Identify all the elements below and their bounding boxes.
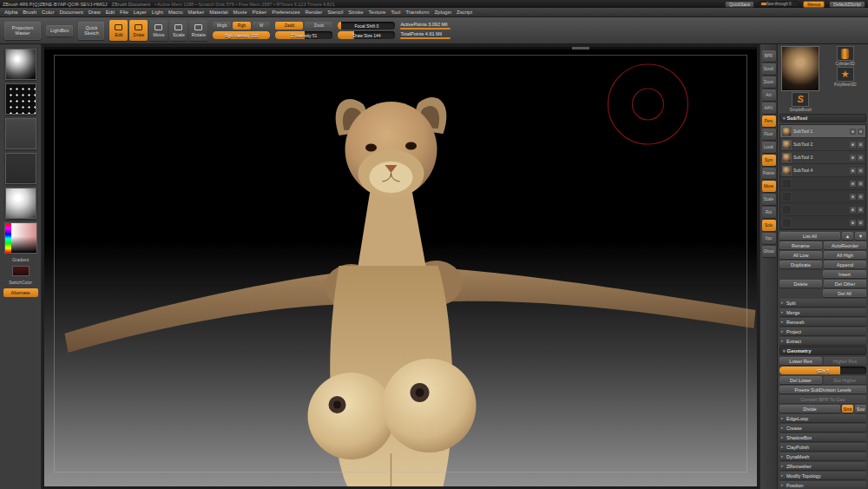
- visibility-eye-icon[interactable]: [850, 181, 856, 187]
- menu-item[interactable]: Marker: [187, 10, 204, 15]
- menu-item[interactable]: Draw: [89, 10, 101, 15]
- shelf-button[interactable]: Act: [762, 89, 776, 101]
- shelf-button[interactable]: Sym: [762, 155, 776, 166]
- shelf-button[interactable]: Local: [762, 142, 776, 153]
- subtool-row[interactable]: [780, 177, 865, 190]
- all-high-button[interactable]: All High: [824, 251, 866, 259]
- subtool-section-header[interactable]: SubTool: [779, 114, 866, 122]
- lightbox-button[interactable]: LightBox: [46, 25, 73, 36]
- document-canvas[interactable]: [44, 47, 757, 486]
- shelf-button[interactable]: Pers: [762, 116, 776, 127]
- menu-item[interactable]: Picker: [253, 10, 267, 15]
- higher-res-button[interactable]: Higher Res: [824, 357, 866, 365]
- shelf-button[interactable]: Frame: [762, 168, 776, 179]
- remesh-subsection[interactable]: Remesh: [779, 318, 866, 326]
- all-low-button[interactable]: All Low: [779, 251, 822, 259]
- projection-master-button[interactable]: Projection Master: [4, 22, 41, 40]
- menus-toggle-button[interactable]: Menus: [803, 1, 825, 8]
- menu-item[interactable]: Texture: [369, 10, 386, 15]
- shelf-button[interactable]: Xpo: [762, 233, 776, 244]
- autoreorder-button[interactable]: AutoReorder: [824, 241, 866, 249]
- geometry-subsection[interactable]: Modify Topology: [779, 472, 866, 479]
- subtool-row[interactable]: [780, 190, 865, 203]
- hue-strip[interactable]: [5, 223, 11, 253]
- z-intensity-slider[interactable]: Z Intensity 51: [275, 31, 332, 39]
- extract-subsection[interactable]: Extract: [779, 337, 866, 345]
- canvas-horizontal-scrollbar[interactable]: [44, 47, 757, 50]
- rename-button[interactable]: Rename: [779, 241, 822, 249]
- paint-mode-button[interactable]: Mrgb: [213, 22, 231, 30]
- quick-sketch-button[interactable]: Quick Sketch: [78, 22, 104, 40]
- polypaint-icon[interactable]: [858, 220, 864, 226]
- menu-item[interactable]: Alpha: [4, 10, 17, 15]
- shelf-button[interactable]: Scale: [762, 194, 776, 205]
- del-higher-button[interactable]: Del Higher: [824, 376, 866, 384]
- quicksave-button[interactable]: QuickSave: [725, 1, 754, 8]
- subtool-row[interactable]: SubTool 2: [780, 138, 865, 151]
- visibility-eye-icon[interactable]: [850, 168, 856, 174]
- focal-shift-slider[interactable]: Focal Shift 0: [338, 22, 395, 30]
- simplebrush-tool[interactable]: S: [792, 92, 809, 107]
- list-all-button[interactable]: List All: [779, 232, 840, 240]
- alternate-button[interactable]: Alternate: [3, 288, 38, 297]
- subtool-row[interactable]: SubTool 1: [780, 125, 865, 138]
- material-thumbnail[interactable]: [5, 188, 36, 219]
- geometry-subsection[interactable]: Crease: [779, 424, 866, 432]
- divide-button[interactable]: Divide: [779, 405, 840, 413]
- del-other-button[interactable]: Del Other: [824, 280, 866, 287]
- cylinder3d-tool[interactable]: [837, 46, 854, 61]
- shelf-button[interactable]: AA½: [762, 102, 776, 114]
- menu-item[interactable]: Transform: [405, 10, 429, 15]
- menu-item[interactable]: Movie: [233, 10, 247, 15]
- menu-item[interactable]: Macro: [168, 10, 183, 15]
- shelf-button[interactable]: Move: [762, 181, 776, 192]
- delete-button[interactable]: Delete: [779, 280, 822, 287]
- paint-mode-button[interactable]: Rgb: [233, 22, 251, 30]
- mode-button[interactable]: Rotate: [189, 20, 207, 41]
- project-subsection[interactable]: Project: [779, 327, 866, 335]
- lower-res-button[interactable]: Lower Res: [779, 357, 822, 365]
- shelf-button[interactable]: BPR: [762, 50, 776, 62]
- polymesh3d-tool[interactable]: ★: [837, 67, 854, 82]
- convert-bpr-button[interactable]: Convert BPR To Geo: [779, 395, 866, 403]
- saturation-value-square[interactable]: [11, 223, 36, 253]
- subtool-row[interactable]: [780, 203, 865, 216]
- del-all-button[interactable]: Del All: [823, 289, 866, 297]
- color-picker[interactable]: [4, 222, 37, 254]
- polypaint-icon[interactable]: [858, 155, 864, 161]
- active-points-bar[interactable]: [400, 28, 450, 30]
- polypaint-icon[interactable]: [858, 129, 864, 135]
- sculpt-mode-button[interactable]: Zsub: [305, 22, 332, 30]
- paint-mode-button[interactable]: M: [253, 22, 271, 30]
- append-button[interactable]: Append: [824, 261, 866, 268]
- del-lower-button[interactable]: Del Lower: [779, 376, 822, 384]
- menu-item[interactable]: Edit: [106, 10, 115, 15]
- menu-item[interactable]: Zplugin: [434, 10, 451, 15]
- geometry-subsection[interactable]: ZRemesher: [779, 462, 866, 470]
- polypaint-icon[interactable]: [858, 194, 864, 200]
- geometry-subsection[interactable]: DynaMesh: [779, 453, 866, 460]
- visibility-eye-icon[interactable]: [850, 194, 856, 200]
- polypaint-icon[interactable]: [858, 142, 864, 148]
- sdiv-slider[interactable]: SDiv 5: [779, 367, 866, 374]
- mode-button[interactable]: Move: [149, 20, 168, 41]
- menu-item[interactable]: Layer: [134, 10, 147, 15]
- rgb-intensity-slider[interactable]: Rgb Intensity 100: [213, 31, 270, 39]
- menu-item[interactable]: File: [120, 10, 128, 15]
- freeze-subdivision-button[interactable]: Freeze SubDivision Levels: [779, 386, 866, 393]
- shelf-button[interactable]: Rot: [762, 207, 776, 218]
- geometry-subsection[interactable]: EdgeLoop: [779, 414, 866, 422]
- visibility-eye-icon[interactable]: [850, 207, 856, 213]
- menu-item[interactable]: Document: [59, 10, 82, 15]
- split-subsection[interactable]: Split: [779, 299, 866, 307]
- mode-button[interactable]: Edit: [109, 20, 128, 41]
- menu-item[interactable]: Color: [42, 10, 54, 15]
- suv-toggle[interactable]: Suv: [855, 405, 866, 413]
- menu-item[interactable]: Stencil: [327, 10, 343, 15]
- menu-item[interactable]: Preferences: [272, 10, 299, 15]
- menu-item[interactable]: Tool: [391, 10, 400, 15]
- polypaint-icon[interactable]: [858, 168, 864, 174]
- menu-item[interactable]: Light: [152, 10, 163, 15]
- menu-item[interactable]: Zscript: [457, 10, 472, 15]
- menu-item[interactable]: Render: [306, 10, 323, 15]
